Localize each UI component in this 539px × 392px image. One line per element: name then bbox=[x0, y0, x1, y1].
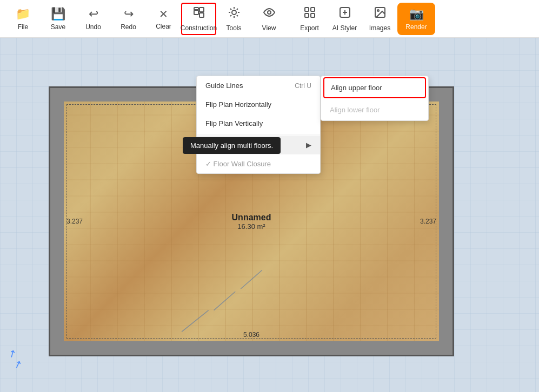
svg-point-4 bbox=[232, 10, 236, 15]
submenu-item-align-lower[interactable]: Align lower floor bbox=[321, 99, 428, 120]
svg-point-12 bbox=[377, 10, 379, 11]
svg-line-13 bbox=[182, 310, 209, 332]
export-button[interactable]: Export bbox=[292, 3, 327, 35]
construction-button[interactable]: Construction bbox=[181, 3, 216, 35]
svg-point-5 bbox=[268, 11, 271, 14]
export-icon bbox=[303, 6, 316, 22]
save-icon: 💾 bbox=[51, 7, 65, 21]
ai-styler-icon bbox=[338, 6, 351, 22]
submenu-item-align-upper[interactable]: Align upper floor bbox=[323, 77, 426, 98]
svg-rect-9 bbox=[305, 13, 309, 17]
room-name: Unnamed bbox=[232, 213, 271, 222]
render-button[interactable]: 📷 Render bbox=[397, 3, 435, 35]
submenu-arrow-icon: ▶ bbox=[306, 141, 311, 149]
clear-icon: ✕ bbox=[159, 8, 168, 21]
room-size: 16.30 m² bbox=[232, 222, 271, 231]
svg-rect-1 bbox=[199, 8, 204, 12]
svg-rect-6 bbox=[305, 8, 309, 11]
view-button[interactable]: View bbox=[251, 3, 287, 35]
toolbar: 📁 File 💾 Save ↩ Undo ↪ Redo ✕ Clear Cons… bbox=[0, 0, 539, 38]
svg-line-14 bbox=[214, 292, 236, 310]
dimension-bottom: 5.036 bbox=[243, 331, 259, 339]
tooltip: Manually align multi floors. bbox=[183, 137, 281, 154]
menu-item-flip-horizontal[interactable]: Flip Plan Horizontally bbox=[197, 95, 320, 114]
svg-line-15 bbox=[241, 270, 262, 289]
svg-rect-7 bbox=[311, 8, 315, 11]
canvas: 3.237 3.237 5.036 Unnamed 16.30 m² ↗ ↗ G… bbox=[0, 38, 539, 392]
clear-button[interactable]: ✕ Clear bbox=[146, 3, 181, 35]
file-button[interactable]: 📁 File bbox=[5, 3, 41, 35]
undo-icon: ↩ bbox=[89, 7, 98, 21]
submenu: Align upper floor Align lower floor bbox=[321, 76, 429, 121]
undo-button[interactable]: ↩ Undo bbox=[76, 3, 111, 35]
dimension-right: 3.237 bbox=[420, 218, 436, 225]
render-icon: 📷 bbox=[409, 7, 424, 21]
images-icon bbox=[374, 6, 387, 22]
svg-rect-2 bbox=[199, 13, 204, 17]
view-icon bbox=[263, 6, 276, 22]
save-button[interactable]: 💾 Save bbox=[41, 3, 76, 35]
menu-divider bbox=[197, 134, 320, 134]
svg-rect-3 bbox=[194, 8, 198, 10]
menu-item-floor-closure[interactable]: ✓ Floor Wall Closure bbox=[197, 154, 320, 173]
menu-item-flip-vertical[interactable]: Flip Plan Vertically bbox=[197, 114, 320, 133]
file-icon: 📁 bbox=[16, 7, 30, 21]
dimension-left: 3.237 bbox=[66, 218, 83, 225]
svg-rect-8 bbox=[311, 13, 315, 17]
construction-icon bbox=[192, 6, 205, 22]
dropdown-menu: Guide Lines Ctrl U Flip Plan Horizontall… bbox=[196, 76, 321, 174]
tools-button[interactable]: Tools bbox=[216, 3, 251, 35]
redo-button[interactable]: ↪ Redo bbox=[111, 3, 146, 35]
svg-rect-0 bbox=[194, 10, 198, 15]
menu-item-guide-lines[interactable]: Guide Lines Ctrl U bbox=[197, 76, 320, 95]
redo-icon: ↪ bbox=[124, 7, 134, 21]
tools-icon bbox=[228, 6, 241, 22]
room-label: Unnamed 16.30 m² bbox=[232, 213, 271, 231]
images-button[interactable]: Images bbox=[362, 3, 397, 35]
ai-styler-button[interactable]: AI Styler bbox=[327, 3, 362, 35]
